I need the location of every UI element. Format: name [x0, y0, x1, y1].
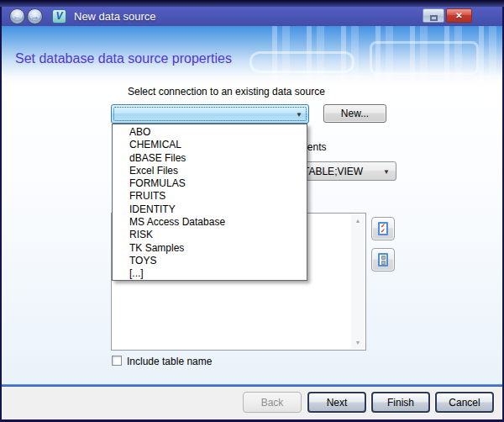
dropdown-option[interactable]: RISK: [113, 229, 307, 241]
check-all-button[interactable]: ✓ ✓: [371, 217, 395, 240]
dropdown-option[interactable]: MS Access Database: [113, 216, 307, 229]
cancel-button[interactable]: Cancel: [435, 392, 494, 413]
focus-rect: [113, 107, 307, 121]
dropdown-option[interactable]: CHEMICAL: [113, 139, 307, 151]
dropdown-option[interactable]: ABO: [113, 126, 307, 139]
include-table-name-label: Include table name: [127, 356, 212, 367]
square-icon: [381, 256, 386, 260]
dropdown-option[interactable]: TK Samples: [113, 242, 307, 255]
include-table-name-checkbox[interactable]: [112, 356, 122, 366]
chevron-down-icon: ▼: [383, 168, 390, 176]
square-icon: [381, 261, 386, 265]
restore-button[interactable]: [423, 8, 444, 23]
window-frame-left: [0, 7, 2, 422]
toggle-selection-button[interactable]: [371, 248, 395, 272]
header-band: Set database data source properties: [2, 26, 502, 85]
wizard-content: Select connection to an existing data so…: [2, 85, 502, 384]
circuit-pattern: [249, 51, 354, 73]
close-button[interactable]: ✕: [446, 8, 472, 23]
dropdown-option[interactable]: [...]: [113, 267, 307, 280]
back-button[interactable]: Back: [243, 392, 302, 413]
dropdown-option[interactable]: TOYS: [113, 255, 307, 267]
restore-icon: [430, 15, 438, 21]
element-types-combobox[interactable]: TABLE;VIEW ▼: [296, 161, 396, 181]
dropdown-option[interactable]: dBASE Files: [113, 152, 307, 165]
next-button[interactable]: Next: [307, 392, 366, 413]
connection-combobox[interactable]: ▼: [111, 104, 309, 124]
back-nav-icon[interactable]: ←: [9, 8, 25, 24]
element-types-value: TABLE;VIEW: [303, 166, 363, 177]
check-icon: ✓: [380, 229, 386, 234]
scrollbar[interactable]: ▲ ▼: [351, 214, 365, 349]
dropdown-option[interactable]: FRUITS: [113, 190, 307, 203]
footer: Back Next Finish Cancel: [2, 387, 502, 419]
checklist-icon: ✓ ✓: [378, 222, 388, 235]
circuit-pattern: [370, 41, 479, 75]
forward-nav-icon[interactable]: →: [27, 8, 43, 24]
connection-label: Select connection to an existing data so…: [128, 86, 325, 98]
app-logo-icon: V: [52, 9, 66, 24]
new-data-source-window: ← → V New data source ✕ Set database dat…: [0, 0, 504, 422]
dropdown-option[interactable]: IDENTITY: [113, 203, 307, 216]
scroll-down-icon[interactable]: ▼: [351, 336, 365, 349]
scroll-up-icon[interactable]: ▲: [351, 214, 365, 227]
connection-dropdown-list: ABOCHEMICALdBASE FilesExcel FilesFORMULA…: [112, 124, 307, 281]
titlebar: ← → V New data source ✕: [2, 7, 502, 26]
new-button[interactable]: New...: [323, 104, 386, 123]
window-title: New data source: [74, 10, 156, 23]
window-frame-top: [0, 0, 504, 7]
finish-button[interactable]: Finish: [371, 392, 430, 413]
dropdown-option[interactable]: Excel Files: [113, 165, 307, 177]
page-title: Set database data source properties: [15, 51, 232, 66]
toggle-icon: [378, 253, 388, 266]
dropdown-option[interactable]: FORMULAS: [113, 177, 307, 190]
chevron-down-icon: ▼: [296, 111, 302, 119]
